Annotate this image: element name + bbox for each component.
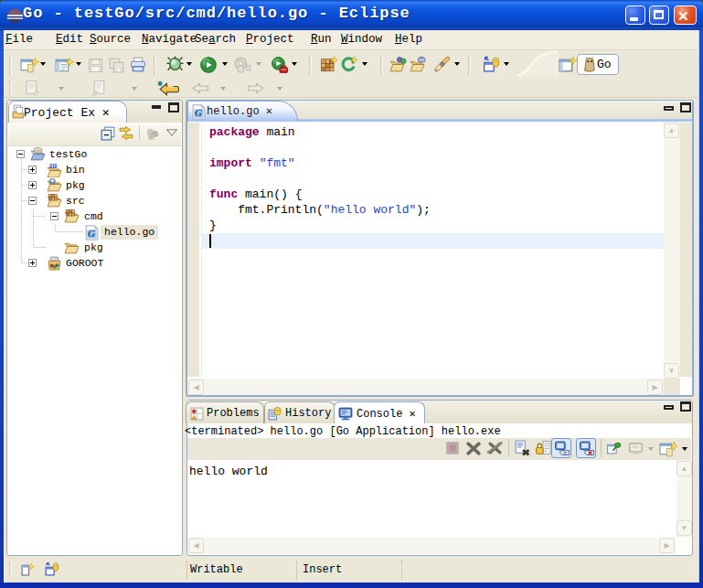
svg-text:G: G <box>195 107 202 118</box>
svg-text:010: 010 <box>49 164 57 168</box>
svg-text:G: G <box>88 228 95 239</box>
